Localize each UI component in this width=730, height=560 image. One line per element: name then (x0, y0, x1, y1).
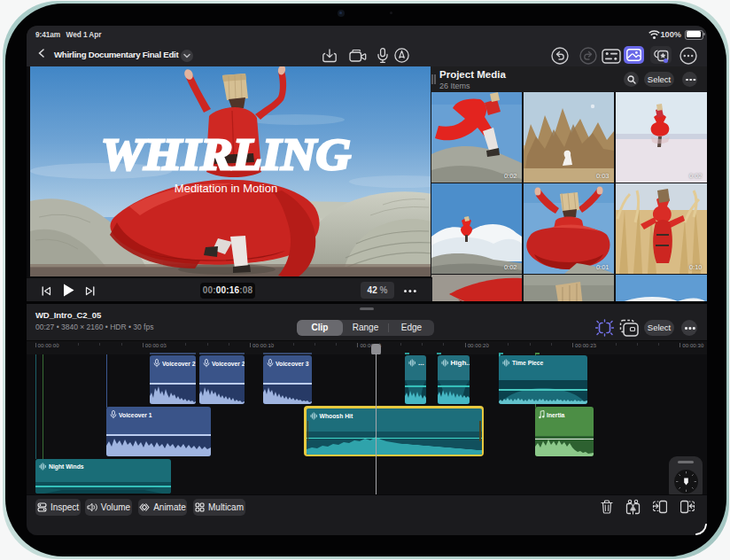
svg-text:WHIRLING: WHIRLING (101, 129, 351, 179)
svg-text:Meditation in Motion: Meditation in Motion (175, 182, 277, 195)
